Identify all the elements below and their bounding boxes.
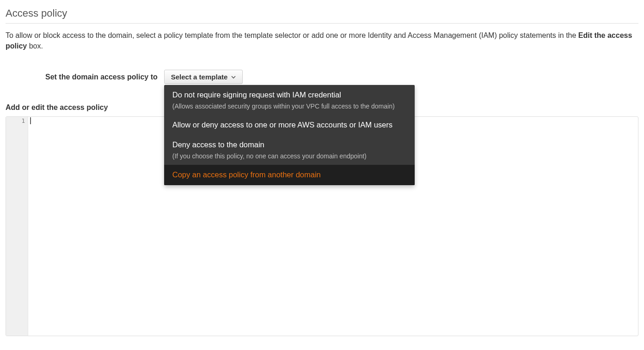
template-option-allow-deny-accounts[interactable]: Allow or deny access to one or more AWS …: [164, 115, 415, 135]
option-subtitle: (Allows associated security groups withi…: [172, 102, 406, 110]
template-dropdown-menu: Do not require signing request with IAM …: [164, 85, 415, 185]
option-title: Deny access to the domain: [172, 140, 406, 150]
template-option-no-signing[interactable]: Do not require signing request with IAM …: [164, 85, 415, 115]
section-title: Access policy: [6, 7, 638, 19]
option-title: Copy an access policy from another domai…: [172, 170, 406, 180]
text-cursor: [30, 117, 31, 124]
policy-selector-label: Set the domain access policy to: [45, 73, 158, 81]
option-title: Allow or deny access to one or more AWS …: [172, 120, 406, 130]
description-text: To allow or block access to the domain, …: [6, 30, 638, 51]
template-dropdown-button-label: Select a template: [171, 73, 228, 81]
template-option-copy-from-domain[interactable]: Copy an access policy from another domai…: [164, 165, 415, 185]
option-subtitle: (If you choose this policy, no one can a…: [172, 152, 406, 160]
divider: [6, 23, 638, 24]
description-prefix: To allow or block access to the domain, …: [6, 31, 578, 39]
template-option-deny-domain[interactable]: Deny access to the domain (If you choose…: [164, 135, 415, 165]
chevron-down-icon: [231, 75, 236, 79]
template-dropdown: Select a template Do not require signing…: [164, 70, 243, 84]
line-number: 1: [6, 117, 25, 124]
description-suffix: box.: [27, 42, 43, 50]
template-dropdown-button[interactable]: Select a template: [164, 70, 243, 84]
policy-selector-row: Set the domain access policy to Select a…: [45, 70, 638, 84]
option-title: Do not require signing request with IAM …: [172, 90, 406, 100]
editor-gutter: 1: [6, 117, 28, 336]
